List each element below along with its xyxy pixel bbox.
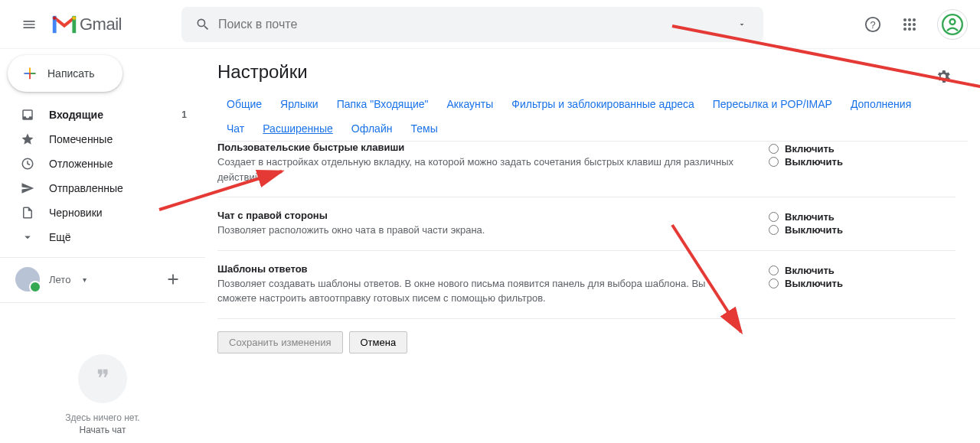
radio-enable[interactable]: Включить (769, 211, 922, 223)
form-buttons: Сохранить изменения Отмена (217, 319, 956, 366)
svg-point-9 (908, 28, 911, 31)
apps-button[interactable] (894, 9, 925, 40)
search-input[interactable] (218, 18, 727, 31)
logo-text: Gmail (80, 15, 122, 34)
svg-rect-13 (31, 73, 35, 74)
sidebar-divider (0, 257, 205, 258)
cancel-button[interactable]: Отмена (349, 331, 408, 353)
content-area: Настройки Общие Ярлыки Папка "Входящие" … (205, 49, 980, 443)
nav-label: Ещё (49, 231, 71, 243)
nav-label: Помеченные (49, 133, 113, 145)
main-menu-button[interactable] (12, 8, 46, 41)
tab-filters[interactable]: Фильтры и заблокированные адреса (502, 92, 704, 116)
page-title: Настройки (217, 61, 980, 83)
compose-button[interactable]: Написать (8, 55, 122, 92)
tab-themes[interactable]: Темы (401, 116, 446, 141)
chat-user-row[interactable]: Лето ▾ (0, 264, 205, 295)
svg-text:?: ? (870, 18, 875, 30)
caret-down-icon: ▾ (83, 275, 87, 284)
caret-down-icon (737, 20, 746, 29)
setting-right-chat: Чат с правой стороны Позволяет расположи… (217, 197, 956, 251)
user-avatar-icon (15, 267, 40, 292)
search-button[interactable] (188, 17, 218, 32)
setting-templates: Шаблоны ответов Позволяет создавать шабл… (217, 251, 956, 319)
send-icon (20, 181, 35, 195)
nav-label: Входящие (49, 109, 103, 121)
svg-point-3 (908, 18, 911, 21)
svg-point-5 (903, 23, 906, 26)
settings-list: Пользовательские быстрые клавиши Создает… (217, 142, 980, 366)
search-bar[interactable] (181, 7, 763, 42)
sidebar-item-starred[interactable]: Помеченные (0, 127, 205, 151)
nav-label: Черновики (49, 207, 103, 219)
gear-icon (935, 68, 952, 85)
star-icon (20, 132, 35, 146)
tab-chat[interactable]: Чат (217, 116, 253, 141)
setting-desc: Позволяет создавать шаблоны ответов. В о… (217, 276, 738, 306)
new-chat-button[interactable] (159, 265, 187, 293)
hamburger-icon (21, 17, 37, 32)
search-icon (195, 17, 211, 32)
search-options-button[interactable] (727, 20, 757, 29)
tab-addons[interactable]: Дополнения (841, 92, 920, 116)
nav-count: 1 (181, 109, 187, 120)
app-header: Gmail ? (0, 0, 980, 49)
sidebar: Написать Входящие 1 Помеченные Отложенны… (0, 49, 205, 443)
radio-disable[interactable]: Выключить (769, 224, 922, 236)
setting-desc: Позволяет расположить окно чата в правой… (217, 223, 738, 238)
sidebar-item-more[interactable]: Ещё (0, 225, 205, 249)
setting-title: Пользовательские быстрые клавиши (217, 142, 738, 153)
svg-point-10 (913, 28, 916, 31)
tab-accounts[interactable]: Аккаунты (438, 92, 503, 116)
sidebar-item-inbox[interactable]: Входящие 1 (0, 103, 205, 127)
compose-label: Написать (47, 67, 94, 80)
radio-disable[interactable]: Выключить (769, 156, 922, 168)
tab-general[interactable]: Общие (217, 92, 271, 116)
sidebar-item-drafts[interactable]: Черновики (0, 200, 205, 225)
svg-point-6 (908, 23, 911, 26)
avatar-icon (942, 14, 963, 35)
plus-icon (21, 65, 38, 82)
svg-rect-12 (29, 68, 31, 73)
gmail-icon (52, 15, 77, 34)
header-actions: ? (858, 9, 968, 40)
settings-tabs: Общие Ярлыки Папка "Входящие" Аккаунты Ф… (217, 92, 968, 142)
svg-point-2 (903, 18, 906, 21)
start-chat-link[interactable]: Начать чат (80, 425, 126, 435)
apps-grid-icon (903, 18, 916, 31)
support-button[interactable]: ? (858, 9, 888, 40)
sidebar-item-sent[interactable]: Отправленные (0, 176, 205, 200)
sidebar-item-snoozed[interactable]: Отложенные (0, 151, 205, 176)
clock-icon (20, 157, 35, 171)
svg-point-8 (903, 28, 906, 31)
setting-desc: Создает в настройках отдельную вкладку, … (217, 155, 738, 184)
svg-rect-14 (24, 73, 29, 74)
hangouts-empty: ❞ Здесь ничего нет. Начать чат (0, 309, 205, 443)
svg-point-7 (913, 23, 916, 26)
tab-labels[interactable]: Ярлыки (271, 92, 328, 116)
sidebar-divider (0, 302, 205, 303)
help-icon: ? (864, 16, 881, 33)
gmail-logo: Gmail (52, 15, 122, 34)
nav-label: Отправленные (49, 182, 123, 194)
quote-icon: ❞ (78, 354, 127, 403)
account-avatar[interactable] (937, 9, 968, 40)
empty-text: Здесь ничего нет. (65, 412, 139, 423)
svg-point-4 (913, 18, 916, 21)
radio-enable[interactable]: Включить (769, 265, 922, 276)
plus-icon (165, 271, 181, 288)
chat-user-name: Лето (49, 274, 70, 285)
tab-offline[interactable]: Офлайн (342, 116, 402, 141)
inbox-icon (20, 108, 35, 122)
tab-inbox[interactable]: Папка "Входящие" (328, 92, 438, 116)
setting-title: Чат с правой стороны (217, 210, 738, 221)
nav-label: Отложенные (49, 158, 113, 170)
setting-title: Шаблоны ответов (217, 263, 738, 275)
settings-gear-button[interactable] (928, 61, 959, 92)
radio-enable[interactable]: Включить (769, 143, 922, 155)
save-button[interactable]: Сохранить изменения (217, 331, 343, 353)
tab-advanced[interactable]: Расширенные (253, 116, 342, 141)
tab-forwarding[interactable]: Пересылка и POP/IMAP (704, 92, 841, 116)
setting-keyboard-shortcuts: Пользовательские быстрые клавиши Создает… (217, 142, 956, 197)
radio-disable[interactable]: Выключить (769, 278, 922, 289)
